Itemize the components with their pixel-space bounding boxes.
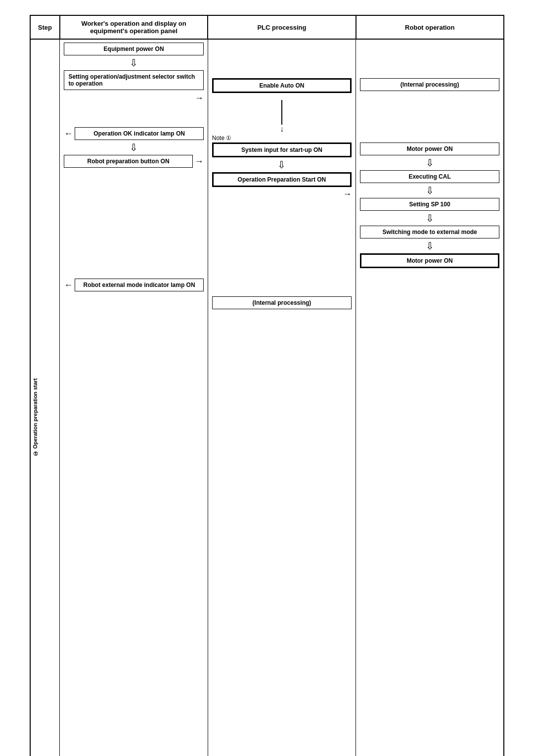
robot-ext-mode-box: Robot external mode indicator lamp ON	[75, 279, 203, 291]
motor-on2-box: Motor power ON	[360, 253, 499, 268]
op-prep-start-box: Operation Preparation Start ON	[212, 172, 352, 187]
header-worker: Worker's operation and display on equipm…	[60, 15, 208, 39]
sys-input-box: System input for start-up ON	[212, 142, 352, 157]
arrow-right-2: →	[195, 156, 204, 167]
arrow-down-r2: ⇩	[426, 185, 434, 196]
op-ok-lamp-box: Operation OK indicator lamp ON	[75, 127, 203, 140]
plc-col-s1: Enable Auto ON ↓ Note ① System input for…	[208, 39, 356, 756]
switch-mode-box: Switching mode to external mode	[360, 226, 499, 238]
arrow-left-1: ←	[64, 129, 73, 139]
setting-op-box: Setting operation/adjustment selector sw…	[64, 70, 203, 90]
header-robot: Robot operation	[356, 15, 504, 39]
equip-power-box: Equipment power ON	[64, 43, 203, 55]
exec-cal-box: Executing CAL	[360, 170, 499, 183]
motor-on-box: Motor power ON	[360, 142, 499, 155]
arrow-down-plc: ⇩	[277, 159, 286, 171]
section1-row: ① Operation preparation start Equipment …	[30, 39, 504, 756]
note-text: Note ①	[212, 135, 232, 142]
enable-auto-box: Enable Auto ON	[212, 78, 352, 93]
header-step: Step	[30, 15, 60, 39]
robot-col-s1: (Internal processing) Motor power ON ⇩ E…	[356, 39, 504, 756]
page-wrapper: Step Worker's operation and display on e…	[30, 15, 504, 756]
arrow-down-r3: ⇩	[426, 212, 434, 224]
arrow-down-2: ⇩	[130, 142, 138, 153]
robot-prep-btn-box: Robot preparation button ON	[64, 155, 192, 168]
section1-label: ① Operation preparation start	[31, 40, 39, 756]
arrow-right-1: →	[195, 93, 204, 103]
int-proc-robot-box: (Internal processing)	[360, 78, 499, 91]
flow-table: Step Worker's operation and display on e…	[30, 15, 504, 756]
int-proc-plc-box: (Internal processing)	[212, 296, 352, 309]
arrow-down-r4: ⇩	[426, 240, 434, 252]
arrow-right-plc: →	[343, 189, 352, 199]
header-plc: PLC processing	[208, 15, 356, 39]
worker-col-s1: Equipment power ON ⇩ Setting operation/a…	[60, 39, 208, 756]
arrow-down-1: ⇩	[130, 57, 138, 69]
arrow-left-2: ←	[64, 280, 73, 290]
set-sp-box: Setting SP 100	[360, 198, 499, 211]
arrow-down-r1: ⇩	[426, 157, 434, 169]
